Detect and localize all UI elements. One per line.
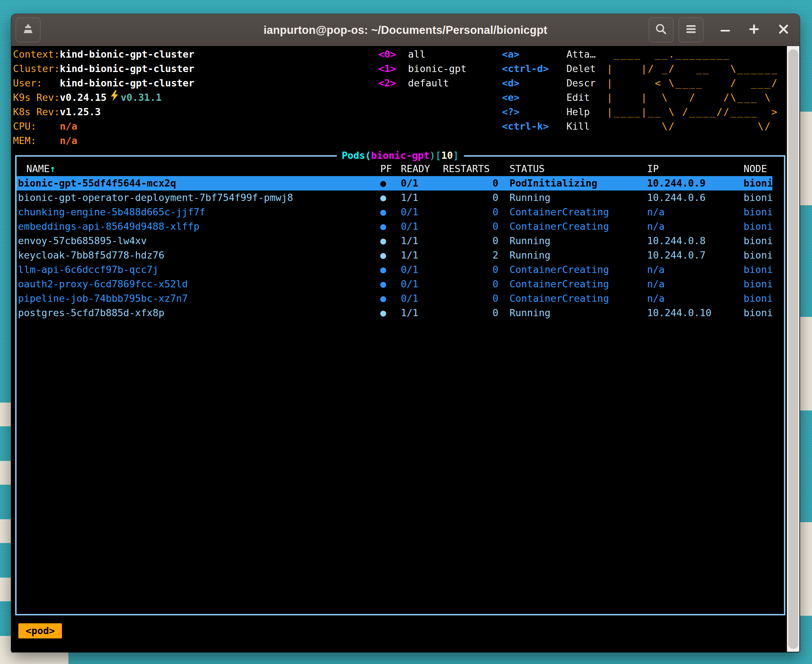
pod-row[interactable]: envoy-57cb685895-lw4xv ● 1/1 0 Running 1… bbox=[16, 234, 772, 248]
pod-row[interactable]: bionic-gpt-operator-deployment-7bf754f99… bbox=[16, 190, 772, 205]
pod-ready: 0/1 bbox=[401, 291, 443, 306]
pod-node: bioni bbox=[744, 248, 772, 262]
search-icon bbox=[655, 23, 667, 37]
mem-label: MEM: bbox=[13, 133, 60, 148]
pod-status: PodInitializing bbox=[509, 176, 647, 190]
namespace-shortcut[interactable]: <1>bionic-gpt bbox=[378, 62, 467, 76]
mode-badge: <pod> bbox=[18, 623, 62, 638]
pod-ready: 1/1 bbox=[401, 190, 443, 205]
pod-row[interactable]: pipeline-job-74bbb795bc-xz7n7 ● 0/1 0 Co… bbox=[16, 291, 772, 306]
namespace-name: bionic-gpt bbox=[408, 62, 467, 76]
pod-name: llm-api-6c6dccf97b-qcc7j bbox=[18, 262, 380, 277]
pod-status: Running bbox=[509, 306, 647, 320]
hotkey-item: <e>Edit bbox=[502, 90, 596, 105]
search-button[interactable] bbox=[649, 17, 674, 42]
column-name[interactable]: NAME↑ bbox=[18, 162, 380, 176]
cpu-label: CPU: bbox=[13, 119, 60, 133]
column-ip[interactable]: IP bbox=[647, 162, 744, 176]
pod-name: envoy-57cb685895-lw4xv bbox=[18, 234, 380, 248]
namespace-key: <1> bbox=[378, 62, 408, 76]
column-ready[interactable]: READY bbox=[401, 162, 443, 176]
hotkey-action: Kill bbox=[566, 119, 590, 133]
upgrade-lightning-icon bbox=[110, 90, 120, 105]
pod-node: bioni bbox=[744, 219, 772, 234]
pod-ready: 0/1 bbox=[401, 176, 443, 190]
pod-status: ContainerCreating bbox=[509, 277, 647, 291]
pod-status: Running bbox=[509, 234, 647, 248]
namespace-key: <2> bbox=[378, 76, 408, 90]
hotkey-menu: <a>Atta… <ctrl-d>Delet <d>Descr <e>Edit … bbox=[502, 47, 596, 133]
hotkey-key: <?> bbox=[502, 105, 566, 119]
pod-name: postgres-5cfd7b885d-xfx8p bbox=[18, 306, 380, 320]
pod-pf-bullet: ● bbox=[380, 234, 401, 248]
close-button[interactable] bbox=[771, 17, 796, 42]
pod-restarts: 0 bbox=[443, 205, 509, 219]
hotkey-item: <a>Atta… bbox=[502, 47, 596, 62]
column-node[interactable]: NODE bbox=[744, 162, 772, 176]
pod-ip: n/a bbox=[647, 262, 744, 277]
hotkey-action: Edit bbox=[566, 90, 590, 105]
hamburger-menu-icon bbox=[686, 24, 696, 35]
pod-restarts: 0 bbox=[443, 277, 509, 291]
context-label: Context: bbox=[13, 47, 60, 62]
pod-name: keycloak-7bb8f5d778-hdz76 bbox=[18, 248, 380, 262]
namespace-shortcut[interactable]: <0>all bbox=[378, 47, 467, 62]
pod-restarts: 0 bbox=[443, 234, 509, 248]
pod-restarts: 2 bbox=[443, 248, 509, 262]
scrollbar-thumb[interactable] bbox=[788, 49, 798, 649]
cluster-info: Context:kind-bionic-gpt-cluster Cluster:… bbox=[13, 47, 194, 148]
wallpaper-stripes-bottom bbox=[0, 652, 812, 664]
user-label: User: bbox=[13, 76, 60, 90]
pod-ready: 0/1 bbox=[401, 219, 443, 234]
namespace-shortcuts: <0>all <1>bionic-gpt <2>default bbox=[378, 47, 467, 90]
wallpaper-stripes-right bbox=[798, 0, 812, 664]
cluster-label: Cluster: bbox=[13, 62, 60, 76]
cpu-value: n/a bbox=[60, 119, 77, 133]
pod-pf-bullet: ● bbox=[380, 205, 401, 219]
namespace-key: <0> bbox=[378, 47, 408, 62]
hotkey-action: Help bbox=[566, 105, 590, 119]
namespace-shortcut[interactable]: <2>default bbox=[378, 76, 467, 90]
pod-row[interactable]: bionic-gpt-55df4f5644-mcx2q ● 0/1 0 PodI… bbox=[16, 176, 772, 190]
pod-row[interactable]: oauth2-proxy-6cd7869fcc-x52ld ● 0/1 0 Co… bbox=[16, 277, 772, 291]
sort-ascending-icon: ↑ bbox=[50, 163, 55, 174]
column-restarts[interactable]: RESTARTS bbox=[443, 162, 509, 176]
pod-row[interactable]: postgres-5cfd7b885d-xfx8p ● 1/1 0 Runnin… bbox=[16, 306, 772, 320]
pod-row[interactable]: embeddings-api-85649d9488-xlffp ● 0/1 0 … bbox=[16, 219, 772, 234]
mem-value: n/a bbox=[60, 133, 77, 148]
scrollbar[interactable] bbox=[787, 46, 799, 652]
pod-ip: n/a bbox=[647, 205, 744, 219]
pod-node: bioni bbox=[744, 205, 772, 219]
pod-row[interactable]: keycloak-7bb8f5d778-hdz76 ● 1/1 2 Runnin… bbox=[16, 248, 772, 262]
pod-name: bionic-gpt-55df4f5644-mcx2q bbox=[18, 176, 380, 190]
resource-name: Pods bbox=[342, 150, 365, 161]
pod-ip: 10.244.0.7 bbox=[647, 248, 744, 262]
pod-restarts: 0 bbox=[443, 190, 509, 205]
column-status[interactable]: STATUS bbox=[509, 162, 647, 176]
pod-name: embeddings-api-85649d9488-xlffp bbox=[18, 219, 380, 234]
titlebar[interactable]: ianpurton@pop-os: ~/Documents/Personal/b… bbox=[11, 14, 800, 46]
pod-ready: 1/1 bbox=[401, 234, 443, 248]
pod-status: Running bbox=[509, 190, 647, 205]
context-value: kind-bionic-gpt-cluster bbox=[60, 47, 194, 62]
namespace-name: default bbox=[408, 76, 449, 90]
hotkey-item: <ctrl-d>Delet bbox=[502, 62, 596, 76]
pod-ip: 10.244.0.6 bbox=[647, 190, 744, 205]
pod-row[interactable]: llm-api-6c6dccf97b-qcc7j ● 0/1 0 Contain… bbox=[16, 262, 772, 277]
pod-ready: 0/1 bbox=[401, 205, 443, 219]
maximize-icon bbox=[749, 24, 759, 36]
pod-ip: n/a bbox=[647, 219, 744, 234]
maximize-button[interactable] bbox=[741, 17, 766, 42]
k9s-ascii-logo: ____ __.________ | |/ _/ __ \______ | < … bbox=[607, 47, 778, 133]
column-pf[interactable]: PF bbox=[380, 162, 401, 176]
k9s-terminal: Context:kind-bionic-gpt-cluster Cluster:… bbox=[11, 46, 788, 653]
pod-ip: 10.244.0.8 bbox=[647, 234, 744, 248]
pod-ready: 1/1 bbox=[401, 248, 443, 262]
pod-restarts: 0 bbox=[443, 262, 509, 277]
minimize-button[interactable] bbox=[713, 17, 738, 42]
pod-row[interactable]: chunking-engine-5b488d665c-jjf7f ● 0/1 0… bbox=[16, 205, 772, 219]
pod-restarts: 0 bbox=[443, 219, 509, 234]
menu-button[interactable] bbox=[679, 17, 704, 42]
pod-name: oauth2-proxy-6cd7869fcc-x52ld bbox=[18, 277, 380, 291]
pod-restarts: 0 bbox=[443, 306, 509, 320]
